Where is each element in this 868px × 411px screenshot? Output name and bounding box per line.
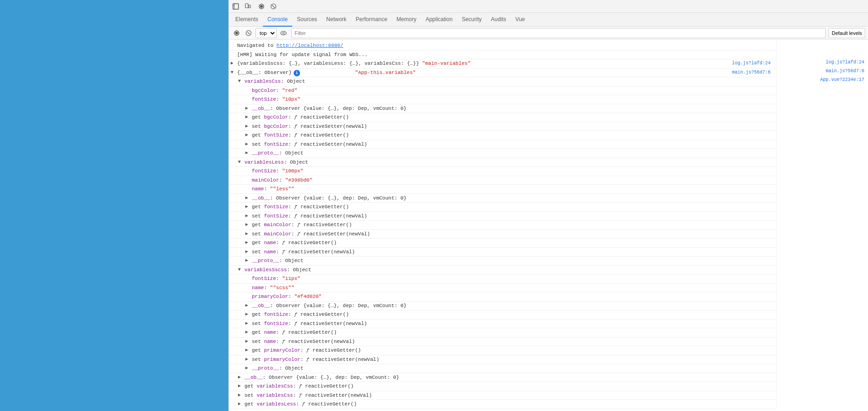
- expand-arrow-icon[interactable]: [245, 347, 252, 354]
- expand-arrow-icon[interactable]: [238, 382, 244, 389]
- tab-sources[interactable]: Sources: [292, 13, 322, 27]
- source-ref[interactable]: main.js?56d7:6: [692, 69, 774, 76]
- console-text: variablesCss: Object: [244, 78, 305, 86]
- console-text: __proto__: Object: [252, 365, 303, 372]
- inspect-icon[interactable]: [231, 1, 241, 11]
- console-line: set fontSize: ƒ reactiveSetter(newVal): [229, 140, 776, 149]
- expand-arrow-icon[interactable]: [245, 248, 252, 255]
- expand-arrow-icon[interactable]: [245, 239, 252, 246]
- expand-arrow-icon[interactable]: [238, 400, 244, 407]
- console-text: set primaryColor: ƒ reactiveSetter(newVa…: [252, 356, 379, 364]
- svg-rect-0: [233, 4, 238, 9]
- expand-arrow-icon[interactable]: [245, 302, 252, 309]
- main-area: Elements Console Sources Network Perform…: [0, 0, 868, 411]
- console-text: set fontSize: ƒ reactiveSetter(newVal): [252, 141, 367, 148]
- clear-btn[interactable]: [244, 28, 254, 38]
- eye-icon[interactable]: [278, 28, 289, 38]
- console-line: __ob__: Observer {value: {…}, dep: Dep, …: [229, 104, 776, 114]
- expand-arrow-icon[interactable]: [245, 114, 252, 120]
- expand-arrow-icon[interactable]: [245, 221, 252, 228]
- expand-arrow-icon[interactable]: [245, 212, 252, 219]
- expand-arrow-icon[interactable]: [231, 60, 237, 67]
- tab-audits[interactable]: Audits: [486, 13, 511, 27]
- tab-security[interactable]: Security: [457, 13, 486, 27]
- default-levels-btn[interactable]: Default levels: [828, 28, 865, 38]
- console-line: bgcColor: "red": [229, 86, 776, 96]
- source-ref-log[interactable]: log.js?lafd:24: [777, 58, 868, 67]
- expand-arrow-icon[interactable]: [245, 257, 252, 264]
- console-text: __ob__: Observer {value: {…}, dep: Dep, …: [244, 374, 399, 382]
- expand-arrow-icon[interactable]: [238, 78, 244, 85]
- expand-arrow-icon[interactable]: [245, 131, 252, 138]
- console-line: get name: ƒ reactiveGetter(): [229, 239, 776, 248]
- svg-line-8: [272, 5, 275, 8]
- tab-network[interactable]: Network: [322, 13, 351, 27]
- stop-recording-btn[interactable]: [232, 28, 242, 38]
- devtools-icon-group: [231, 1, 253, 11]
- console-line: variablesCss: Object: [229, 77, 776, 86]
- device-toolbar-icon[interactable]: [243, 1, 253, 11]
- filter-input[interactable]: [291, 28, 826, 38]
- expand-arrow-icon[interactable]: [245, 149, 252, 156]
- expand-arrow-icon[interactable]: [245, 320, 252, 327]
- expand-arrow-icon[interactable]: [245, 311, 252, 318]
- console-line: __proto__: Object: [229, 257, 776, 266]
- expand-arrow-icon[interactable]: [245, 356, 252, 363]
- console-line: get name: ƒ reactiveGetter(): [229, 328, 776, 337]
- expand-arrow-icon[interactable]: [245, 329, 252, 336]
- clear-console-icon[interactable]: [268, 1, 278, 11]
- filter-bar-left: top: [232, 28, 289, 38]
- console-line: fontSize: "11px": [229, 274, 776, 284]
- console-line: __proto__: Object: [229, 149, 776, 158]
- context-select[interactable]: top: [255, 28, 277, 38]
- console-line: __ob__: Observer {value: {…}, dep: Dep, …: [229, 194, 776, 203]
- source-ref-main[interactable]: main.js?56d7:6: [777, 67, 868, 75]
- console-line: __ob__: Observer {value: {…}, dep: Dep, …: [229, 302, 776, 311]
- console-text: Navigated to http://localhost:8080/: [237, 42, 343, 50]
- console-line: set mainColor: ƒ reactiveSetter(newVal): [229, 230, 776, 239]
- tab-vue[interactable]: Vue: [511, 13, 530, 27]
- console-text: get name: ƒ reactiveGetter(): [252, 329, 337, 337]
- console-line: get variablesCss: ƒ reactiveGetter(): [229, 382, 776, 391]
- source-ref[interactable]: log.js?lafd:24: [692, 60, 774, 67]
- tab-memory[interactable]: Memory: [392, 13, 421, 27]
- tab-performance[interactable]: Performance: [351, 13, 392, 27]
- expand-arrow-icon[interactable]: [238, 159, 244, 166]
- console-line: name: ""scss"": [229, 284, 776, 293]
- console-line: primaryColor: "#f4d020": [229, 292, 776, 302]
- expand-arrow-icon[interactable]: [245, 141, 252, 148]
- source-ref-app[interactable]: App.vue?2234e:17: [777, 75, 868, 84]
- devtools-icon-group-2: [256, 1, 278, 11]
- expand-arrow-icon[interactable]: [245, 203, 252, 210]
- console-text: get variablesLess: ƒ reactiveGetter(): [244, 400, 357, 408]
- expand-arrow-icon[interactable]: [245, 230, 252, 237]
- svg-rect-4: [249, 5, 250, 8]
- expand-arrow-icon[interactable]: [231, 69, 237, 76]
- tab-elements[interactable]: Elements: [231, 13, 263, 27]
- expand-arrow-icon[interactable]: [245, 123, 252, 130]
- console-line: set name: ƒ reactiveSetter(newVal): [229, 337, 776, 347]
- expand-arrow-icon[interactable]: [238, 392, 244, 399]
- expand-arrow-icon[interactable]: [245, 105, 252, 112]
- tab-console[interactable]: Console: [263, 13, 292, 27]
- console-line: {variablesSscss: {…}, variablesLess: {…}…: [229, 59, 776, 68]
- console-line: set fontSize: ƒ reactiveSetter(newVal): [229, 320, 776, 329]
- console-line: name: ""less"": [229, 185, 776, 194]
- expand-arrow-icon[interactable]: [238, 266, 244, 273]
- console-text: fontSize: "11px": [252, 275, 301, 283]
- expand-arrow-icon[interactable]: [245, 338, 252, 345]
- console-text: get variablesCss: ƒ reactiveGetter(): [244, 382, 354, 390]
- console-text: variablesLess: Object: [244, 159, 308, 166]
- console-line: variablesLess: Object: [229, 158, 776, 167]
- svg-point-10: [235, 32, 238, 34]
- expand-arrow-icon[interactable]: [245, 194, 252, 201]
- console-text: get fontSize: ƒ reactiveGetter(): [252, 311, 349, 319]
- expand-arrow-icon[interactable]: [245, 365, 252, 371]
- tab-application[interactable]: Application: [421, 13, 457, 27]
- console-line: get variablesLess: ƒ reactiveGetter(): [229, 400, 776, 409]
- expand-arrow-icon[interactable]: [238, 374, 244, 381]
- console-text: name: ""less"": [252, 185, 294, 193]
- stop-recording-icon[interactable]: [256, 1, 267, 11]
- svg-point-6: [260, 5, 263, 8]
- console-text: bgcColor: "red": [252, 87, 297, 95]
